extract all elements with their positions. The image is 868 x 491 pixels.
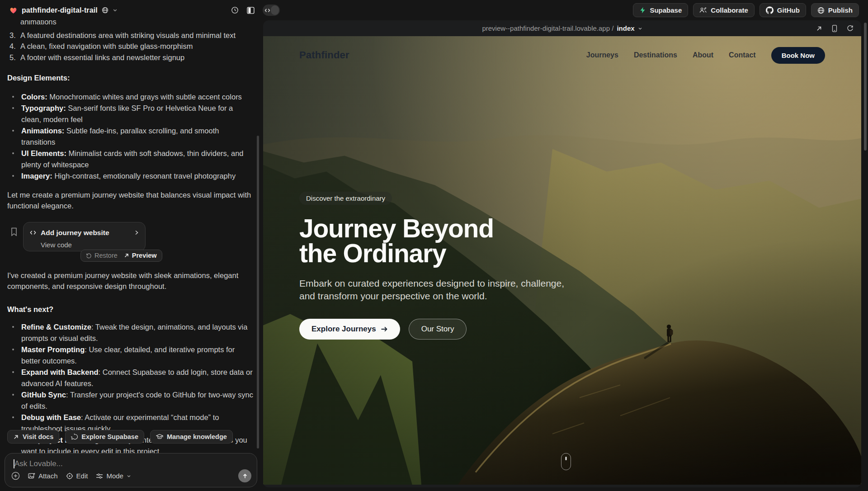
github-icon: [766, 6, 774, 14]
numbered-list: 3.A featured destinations area with stri…: [7, 30, 254, 63]
graduation-cap-icon: [156, 434, 163, 440]
target-icon: [66, 472, 73, 480]
history-icon[interactable]: [231, 6, 239, 14]
collaborate-button[interactable]: Collaborate: [693, 3, 755, 17]
design-elements-heading: Design Elements:: [7, 72, 254, 84]
open-external-icon[interactable]: [816, 25, 822, 32]
list-item: 5.A footer with essential links and news…: [7, 52, 254, 63]
code-card-title: Add journey website: [41, 227, 109, 239]
attach-button[interactable]: Attach: [28, 472, 58, 480]
url-host: preview--pathfinder-digital-trail.lovabl…: [482, 24, 613, 32]
list-item: Typography: San-serif fonts like SF Pro …: [7, 103, 254, 125]
hero-heading: Journey Beyond the Ordinary: [299, 216, 582, 266]
list-item: Animations: Subtle fade-ins, parallax sc…: [7, 125, 254, 148]
preview-frame: preview--pathfinder-digital-trail.lovabl…: [263, 20, 861, 487]
preview-url[interactable]: preview--pathfinder-digital-trail.lovabl…: [482, 24, 642, 32]
chevron-down-icon: [638, 26, 642, 31]
list-item: GitHub Sync: Transfer your project's cod…: [7, 389, 254, 412]
github-button[interactable]: GitHub: [760, 3, 806, 17]
list-item: UI Elements: Minimalist cards with soft …: [7, 148, 254, 170]
chat-panel: animations 3.A featured destinations are…: [0, 20, 263, 491]
supabase-bolt-icon: [639, 7, 646, 14]
scroll-indicator: [561, 453, 571, 470]
manage-knowledge-button[interactable]: Manage knowledge: [150, 430, 233, 444]
visit-docs-button[interactable]: Visit docs: [7, 430, 59, 444]
hero-badge: Discover the extraordinary: [299, 192, 392, 205]
chat-scrollbar[interactable]: [257, 136, 259, 449]
send-button[interactable]: [238, 469, 251, 482]
edit-button[interactable]: Edit: [66, 472, 88, 480]
site-logo[interactable]: Pathfinder: [299, 49, 349, 61]
lead-paragraph: Let me create a premium journey website …: [7, 189, 254, 212]
external-link-icon: [13, 434, 19, 440]
hero-subtitle: Embark on curated experiences designed t…: [299, 277, 582, 302]
project-name[interactable]: pathfinder-digital-trail: [22, 6, 98, 14]
preview-url-bar: preview--pathfinder-digital-trail.lovabl…: [263, 20, 861, 36]
chevron-down-icon: [127, 474, 131, 478]
code-card[interactable]: Add journey website View code: [23, 222, 146, 251]
arrow-right-icon: [381, 326, 388, 332]
code-preview-toggle[interactable]: [263, 5, 280, 16]
design-elements-list: Colors: Monochromatic whites and grays w…: [7, 91, 254, 182]
code-card-wrap: Add journey website View code Restore Pr…: [23, 222, 146, 251]
nav-link-about[interactable]: About: [693, 51, 713, 59]
chat-message-area: animations 3.A featured destinations are…: [7, 16, 254, 457]
chevron-right-icon: [134, 230, 139, 236]
nav-link-destinations[interactable]: Destinations: [634, 51, 677, 59]
project-menu-chevron-icon[interactable]: [113, 8, 118, 13]
list-item: 3.A featured destinations area with stri…: [7, 30, 254, 41]
code-icon: [29, 230, 37, 236]
restore-icon: [86, 253, 92, 259]
site-preview: Pathfinder Journeys Destinations About C…: [263, 36, 861, 485]
panel-toggle-icon[interactable]: [247, 7, 255, 14]
card-toolbar: Restore Preview: [80, 250, 162, 262]
publish-globe-icon: [817, 7, 825, 14]
supabase-button[interactable]: Supabase: [633, 3, 688, 17]
hero-content: Discover the extraordinary Journey Beyon…: [299, 192, 582, 340]
whats-next-heading: What's next?: [7, 304, 254, 315]
list-item: Refine & Customize: Tweak the design, an…: [7, 321, 254, 344]
result-paragraph: I've created a premium journey website w…: [7, 270, 254, 292]
app-top-bar: pathfinder-digital-trail Supabase Col: [0, 0, 868, 20]
chat-input-box[interactable]: Ask Lovable... Attach Edit Mode: [5, 453, 257, 487]
chat-bubble-icon: [71, 434, 78, 440]
toggle-knob: [271, 5, 279, 15]
window-scrollbar[interactable]: [864, 23, 867, 151]
publish-button[interactable]: Publish: [811, 3, 859, 17]
preview-button[interactable]: Preview: [124, 250, 157, 261]
our-story-button[interactable]: Our Story: [409, 319, 467, 340]
chat-input-placeholder: Ask Lovable...: [14, 459, 63, 468]
globe-status-icon: [102, 7, 108, 14]
image-icon: [28, 472, 35, 479]
list-item: Imagery: High-contrast, emotionally reso…: [7, 170, 254, 182]
book-now-button[interactable]: Book Now: [771, 47, 825, 64]
sliders-icon: [96, 473, 103, 479]
people-icon: [699, 7, 707, 14]
site-navbar: Pathfinder Journeys Destinations About C…: [263, 36, 861, 74]
list-item: 4.A clean, fixed navigation with subtle …: [7, 41, 254, 52]
list-item: Expand with Backend: Connect Supabase to…: [7, 367, 254, 389]
refresh-icon[interactable]: [847, 25, 854, 32]
lovable-heart-logo: [9, 6, 18, 14]
quick-actions-row: Visit docs Explore Supabase Manage knowl…: [7, 430, 233, 444]
nav-link-contact[interactable]: Contact: [729, 51, 756, 59]
code-icon: [264, 8, 271, 13]
mobile-view-icon[interactable]: [832, 25, 837, 32]
nav-link-journeys[interactable]: Journeys: [586, 51, 618, 59]
explore-supabase-button[interactable]: Explore Supabase: [65, 430, 144, 444]
external-link-icon: [124, 253, 129, 258]
url-page: index: [617, 24, 634, 32]
add-button[interactable]: [11, 472, 20, 480]
list-item: Colors: Monochromatic whites and grays w…: [7, 91, 254, 103]
list-item: Master Prompting: Use clear, detailed, a…: [7, 344, 254, 367]
restore-button[interactable]: Restore: [86, 250, 118, 261]
bookmark-icon[interactable]: [10, 227, 18, 236]
explore-journeys-button[interactable]: Explore Journeys: [299, 319, 400, 340]
mode-selector[interactable]: Mode: [96, 472, 131, 480]
view-code-link[interactable]: View code: [41, 240, 139, 251]
